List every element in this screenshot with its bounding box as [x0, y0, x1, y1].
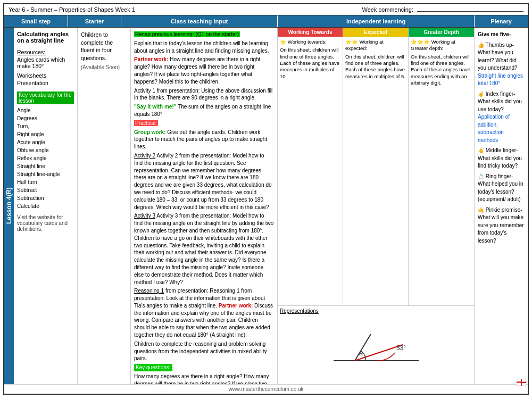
resource-2: Worksheets	[17, 72, 74, 79]
plenary-column: Give me five- 👍 Thumbs up- What have you…	[475, 28, 528, 384]
independent-column: Working Towards Expected Greater Depth ⭐…	[278, 28, 475, 384]
starter-text: Children to complete the fluent in four …	[81, 31, 127, 62]
top-bar: Year 6 - Summer – Properties of Shapes W…	[4, 4, 528, 15]
working-towards-header: Working Towards	[278, 28, 343, 37]
svg-text:a: a	[359, 349, 363, 357]
independent-headers: Working Towards Expected Greater Depth	[278, 28, 474, 37]
key-vocab-label: Key vocabulary for the lesson	[17, 92, 74, 104]
footer: www.masterthecurriculum.co.uk	[4, 384, 528, 394]
resources-link: Resources:	[17, 49, 74, 55]
teaching-column: Recap previous learning: (Q1 on the star…	[131, 28, 278, 384]
week-commencing: Week commencing:	[362, 6, 523, 13]
small-step-title: Calculating angles on a straight line	[17, 31, 74, 44]
visit-text: Visit the website for vocabulary cards a…	[17, 214, 74, 232]
practical-label: Practical:	[134, 120, 158, 126]
working-towards-content: ⭐ Working towards: On this sheet, childr…	[278, 37, 343, 305]
header-teaching: Class teaching input	[121, 15, 278, 27]
diagram-svg: a 33°	[328, 323, 424, 377]
header-title: Year 6 - Summer – Properties of Shapes W…	[9, 6, 135, 13]
header-starter: Starter	[68, 15, 121, 27]
middle-label: 🖕 Middle finger-	[478, 147, 525, 155]
resource-1: Angles cards which make 180°	[17, 56, 74, 69]
ring-label: 💍 Ring finger-	[478, 173, 525, 181]
greater-depth-content: ⭐⭐⭐ Working at Greater depth: On this sh…	[409, 37, 474, 305]
column-headers: Small step Starter Class teaching input …	[4, 15, 528, 28]
footer-url: www.masterthecurriculum.co.uk	[228, 386, 303, 392]
recap-label: Recap previous learning: (Q1 on the star…	[134, 31, 240, 37]
application-text: Application of addition, subtraction met…	[478, 113, 525, 144]
index-label: ☝ Index finger-	[478, 90, 525, 98]
key-questions-label: Key questions:	[134, 364, 172, 371]
greater-depth-header: Greater Depth	[409, 28, 474, 37]
pinkie-label: 🤙 Pinkie promise-	[478, 206, 525, 214]
logo-icon: 🏴󠁧󠁢󠁥󠁮󠁧󠁿	[516, 376, 527, 384]
lesson-sidebar: Lesson 4(R)	[4, 28, 14, 384]
expected-content: ⭐⭐ Working at expected: On this sheet, c…	[343, 37, 409, 305]
header-small-step: Small step	[4, 15, 68, 27]
header-plenary: Plenary	[475, 15, 528, 27]
header-independent: Independent learning	[278, 15, 475, 27]
representations-label: Representations	[280, 308, 319, 314]
starter-column: Children to complete the fluent in four …	[78, 28, 131, 384]
independent-body: ⭐ Working towards: On this sheet, childr…	[278, 37, 474, 305]
teaching-intro: Explain that in today's lesson the child…	[134, 40, 274, 55]
vocab-list: Angle Degrees Turn, Right angle Acute an…	[17, 106, 74, 210]
resource-3: Presentation	[17, 80, 74, 86]
svg-text:33°: 33°	[396, 344, 406, 352]
thumb-label: 👍 Thumbs up-	[478, 41, 525, 49]
small-step-column: Calculating angles on a straight line Re…	[14, 28, 78, 384]
angle-diagram: a 33°	[280, 318, 472, 382]
expected-header: Expected	[343, 28, 409, 37]
starter-available: (Available Soon)	[81, 64, 127, 70]
representations-section: Representations	[278, 305, 474, 384]
straight-line-text: Straight line angles total 180°	[478, 72, 525, 88]
